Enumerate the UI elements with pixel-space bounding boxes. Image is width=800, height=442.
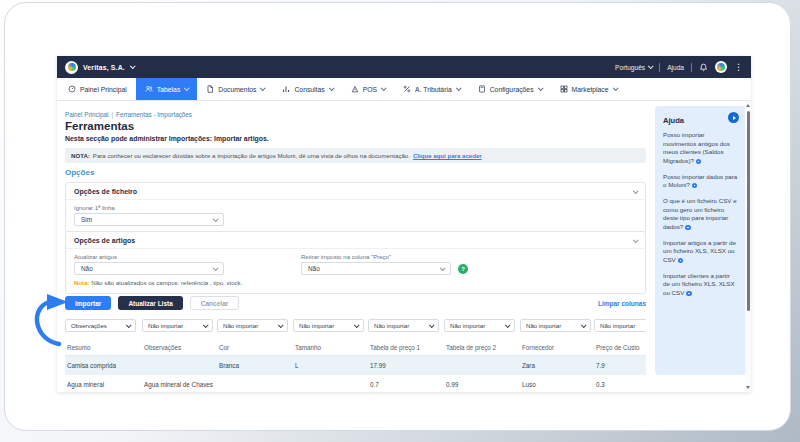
chevron-down-icon <box>260 85 266 91</box>
table-row[interactable]: Camisa comprida Branca L 17.99 Zara 7.9 <box>65 356 646 375</box>
select-value: Não importar <box>526 322 561 329</box>
select-value: Não importar <box>223 322 258 329</box>
column-mapping-select-8[interactable]: Não importar <box>594 319 646 332</box>
update-articles-label: Atualizar artigos <box>74 254 224 260</box>
article-options-header[interactable]: Opções de artigos <box>66 232 645 249</box>
page-subtitle: Nesta secção pode administrar Importaçõe… <box>65 135 269 142</box>
nav-item-consultas[interactable]: Consultas <box>273 78 341 100</box>
nav-item-configuracoes[interactable]: Configurações <box>469 78 551 100</box>
kebab-menu-icon[interactable]: ⋮ <box>734 63 743 72</box>
user-avatar[interactable] <box>715 61 727 73</box>
nav-label: POS <box>363 86 377 93</box>
documentation-link[interactable]: Clique aqui para aceder <box>413 152 482 159</box>
file-options-header[interactable]: Opções de ficheiro <box>66 183 645 200</box>
breadcrumb: Painel Principal|Ferramentas - Importaçõ… <box>65 111 192 118</box>
help-target-icon <box>696 159 702 165</box>
main-column: Painel Principal|Ferramentas - Importaçõ… <box>65 101 646 392</box>
cell: Branca <box>217 356 293 374</box>
column-mapping-select-4[interactable]: Não importar <box>293 319 364 332</box>
page-content: Painel Principal|Ferramentas - Importaçõ… <box>57 101 751 392</box>
select-value: Não importar <box>450 322 485 329</box>
col-header: Cor <box>217 339 293 355</box>
nav-item-documentos[interactable]: Documentos <box>197 78 273 100</box>
card-title: Opções de artigos <box>74 237 135 244</box>
nav-label: Documentos <box>218 86 256 93</box>
cancel-button[interactable]: Cancelar <box>190 296 239 310</box>
clear-columns-link[interactable]: Limpar colunas <box>598 300 646 307</box>
collapse-chevron-icon[interactable] <box>633 188 639 194</box>
help-link-item[interactable]: O que é um ficheiro CSV e como gero um f… <box>663 197 738 232</box>
card-title: Opções de ficheiro <box>74 188 137 195</box>
breadcrumb-separator: | <box>111 111 113 118</box>
cell: 17.99 <box>368 356 444 374</box>
column-mapping-select-7[interactable]: Não importar <box>520 319 591 332</box>
col-header: Tabela de preço 2 <box>444 339 520 355</box>
update-articles-select[interactable]: Não <box>74 262 224 275</box>
chevron-down-icon <box>278 322 284 328</box>
col-header: Observações <box>142 339 217 355</box>
column-mapping-select-1[interactable]: Observações <box>65 319 136 332</box>
language-label: Português <box>615 64 645 71</box>
table-row[interactable]: Agua mineral Agua mineral de Chaves 0.7 … <box>65 375 646 392</box>
breadcrumb-home-link[interactable]: Painel Principal <box>65 111 108 118</box>
remove-tax-select[interactable]: Não <box>301 262 451 275</box>
cell: 0.99 <box>444 375 520 392</box>
help-link-item[interactable]: Importar clientes a partir de um ficheir… <box>663 272 738 298</box>
column-mapping-select-3[interactable]: Não importar <box>217 319 288 332</box>
collapse-chevron-icon[interactable] <box>633 237 639 243</box>
scroll-up-arrow-icon[interactable] <box>746 104 750 107</box>
ignore-first-line-label: Ignorar 1ª linha <box>74 205 637 211</box>
column-mapping-select-5[interactable]: Não importar <box>368 319 439 332</box>
select-value: Não importar <box>299 322 334 329</box>
company-switcher[interactable]: Veritas, S.A. <box>65 61 134 74</box>
ignore-first-line-select[interactable]: Sim <box>74 213 224 226</box>
divider <box>659 63 660 72</box>
select-value: Observações <box>71 322 107 329</box>
chevron-down-icon <box>213 265 219 271</box>
nav-item-painel-principal[interactable]: Painel Principal <box>59 78 136 100</box>
nav-item-marketplace[interactable]: Marketplace <box>551 78 626 100</box>
nav-label: Consultas <box>294 86 324 93</box>
help-target-icon <box>685 225 691 231</box>
language-selector[interactable]: Português <box>615 64 652 71</box>
help-link-text: Posso importar dados para o Moloni? <box>663 173 737 189</box>
cell: Camisa comprida <box>65 356 142 374</box>
users-icon <box>145 85 153 93</box>
calculator-icon <box>478 85 486 93</box>
notifications-bell-icon[interactable] <box>699 63 708 72</box>
help-link-item[interactable]: Posso importar movimentos antigos dos me… <box>663 131 738 166</box>
cell: 0.7 <box>368 375 444 392</box>
help-link-text: O que é um ficheiro CSV e como gero um f… <box>663 197 737 230</box>
help-link-item[interactable]: Importar artigos a partir de um ficheiro… <box>663 239 738 265</box>
help-video-play-button[interactable] <box>728 112 739 123</box>
window-scrollbar[interactable] <box>745 101 751 392</box>
article-options-card: Opções de artigos Atualizar artigos Não <box>65 231 646 294</box>
chevron-down-icon <box>456 85 462 91</box>
scroll-down-arrow-icon[interactable] <box>746 386 750 389</box>
scrollbar-thumb[interactable] <box>747 111 750 311</box>
chevron-down-icon <box>505 322 511 328</box>
help-question-icon[interactable]: ? <box>458 264 468 274</box>
nav-item-pos[interactable]: POS <box>342 78 394 100</box>
app-window: Veritas, S.A. Português Ajuda ⋮ <box>57 56 751 392</box>
cell <box>293 375 368 392</box>
nav-item-tabelas[interactable]: Tabelas <box>136 78 197 100</box>
refresh-list-button[interactable]: Atualizar Lista <box>118 296 182 310</box>
remove-tax-group: Retirar imposto na coluna "Preço" Não <box>301 252 451 275</box>
cell: 0.3 <box>594 375 646 392</box>
breadcrumb-current-link[interactable]: Ferramentas - Importações <box>116 111 192 118</box>
help-link-item[interactable]: Posso importar dados para o Moloni? <box>663 173 738 190</box>
top-bar: Veritas, S.A. Português Ajuda ⋮ <box>57 56 751 78</box>
company-name: Veritas, S.A. <box>83 64 125 71</box>
nav-item-a-tributaria[interactable]: A. Tributária <box>394 78 469 100</box>
column-mapping-select-6[interactable]: Não importar <box>444 319 515 332</box>
bar-chart-icon <box>282 85 290 93</box>
col-header: Preço de Custo <box>594 339 646 355</box>
column-mapping-select-2[interactable]: Não importar <box>142 319 213 332</box>
divider <box>691 63 692 72</box>
chevron-down-icon <box>203 322 209 328</box>
help-link[interactable]: Ajuda <box>667 64 684 71</box>
help-link-text: Importar artigos a partir de um ficheiro… <box>663 239 736 263</box>
column-mapping-row: Observações Não importar Não importar Nã… <box>65 319 646 332</box>
cell <box>142 356 217 374</box>
